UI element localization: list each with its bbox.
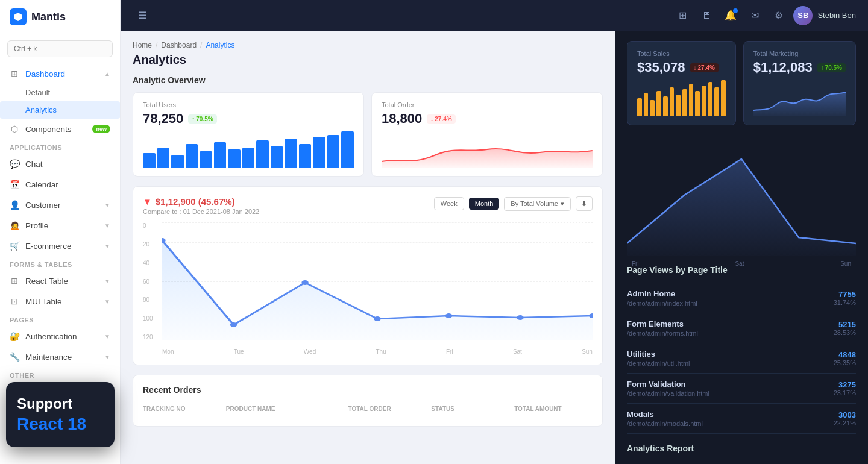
sidebar-item-components[interactable]: ⬡ Components new	[0, 119, 120, 139]
bar	[157, 148, 170, 168]
ecommerce-label: E-commerce	[25, 242, 72, 251]
x-axis-labels: Mon Tue Wed Thu Fri Sat Sun	[162, 348, 593, 355]
profile-icon: 🙍	[10, 221, 19, 230]
chevron-down-icon: ▾	[561, 200, 564, 208]
volume-button[interactable]: By Total Volume ▾	[504, 197, 571, 211]
sidebar-item-chat[interactable]: 💬 Chat	[0, 154, 120, 174]
svg-point-5	[445, 313, 452, 318]
breadcrumb-dashboard[interactable]: Dashboard	[161, 41, 197, 49]
avatar-image: SB	[793, 6, 813, 25]
sidebar-item-ecommerce[interactable]: 🛒 E-commerce ▼	[0, 236, 120, 256]
page-view-name-2: Utilities	[627, 350, 834, 359]
right-panel: Total Sales $35,078 ↓ 27.4%	[615, 31, 868, 464]
analytic-overview-title: Analytic Overview	[133, 75, 603, 85]
recent-orders-card: Recent Orders Tracking No Product Name T…	[133, 375, 603, 427]
week-button[interactable]: Week	[434, 197, 464, 210]
mui-table-label: MUI Table	[25, 297, 62, 306]
breadcrumb: Home / Dashboard / Analytics	[133, 41, 603, 49]
sidebar-item-mui-table[interactable]: ⊡ MUI Table ▼	[0, 291, 120, 312]
page-view-count-1: 5215	[834, 320, 856, 329]
page-view-path-1: /demo/admin/forms.html	[627, 330, 834, 337]
page-view-item-0: Admin Home /demo/admin/index.html 7755 3…	[627, 283, 856, 313]
stat-value-marketing: $1,12,083 ↑ 70.5%	[753, 60, 846, 75]
stat-card-order: Total Order 18,800 ↓ 27.4%	[371, 92, 603, 177]
col-header-total: Total Order	[348, 406, 427, 412]
stat-label-order: Total Order	[382, 101, 593, 108]
users-bar-chart	[143, 131, 354, 168]
col-header-amount: Total Amount	[514, 406, 593, 412]
sidebar-item-customer[interactable]: 👤 Customer ▼	[0, 195, 120, 215]
svg-point-3	[301, 280, 308, 285]
page-view-pct-1: 28.53%	[834, 329, 856, 336]
bar	[228, 149, 241, 168]
bar	[271, 146, 283, 168]
bar	[285, 139, 297, 168]
page-view-path-3: /demo/admin/validation.html	[627, 390, 834, 397]
sidebar-item-authentication[interactable]: 🔐 Authentication ▼	[0, 326, 120, 346]
customer-icon: 👤	[10, 200, 19, 210]
dashboard-icon: ⊞	[10, 69, 19, 78]
bar	[200, 151, 212, 168]
main-area: ☰ ⊞ 🖥 🔔 ✉ ⚙ SB Stebin Ben Home / Dashboa…	[121, 0, 868, 464]
search-container	[0, 34, 120, 63]
components-icon: ⬡	[10, 124, 19, 134]
page-view-item-4: Modals /demo/admin/modals.html 3003 22.2…	[627, 404, 856, 434]
auth-arrow: ▼	[104, 333, 110, 340]
bar	[327, 135, 340, 168]
settings-icon[interactable]: ⚙	[769, 6, 788, 25]
sidebar-item-dashboard[interactable]: ⊞ Dashboard ▲	[0, 63, 120, 84]
breadcrumb-home[interactable]: Home	[133, 41, 152, 49]
ecommerce-arrow: ▼	[104, 243, 110, 249]
sidebar-sub-default[interactable]: Default	[0, 84, 120, 101]
mail-icon[interactable]: ✉	[745, 6, 764, 25]
dashboard-arrow: ▲	[104, 71, 110, 77]
page-view-name-4: Modals	[627, 410, 834, 419]
menu-toggle-icon[interactable]: ☰	[133, 6, 152, 25]
page-view-pct-3: 23.17%	[834, 389, 856, 397]
customer-arrow: ▼	[104, 202, 110, 208]
col-header-product: Product Name	[226, 406, 344, 412]
col-header-tracking: Tracking No	[143, 406, 221, 412]
apps-icon[interactable]: ⊞	[673, 6, 692, 25]
stat-badge-marketing: ↑ 70.5%	[817, 63, 846, 72]
mui-table-icon: ⊡	[10, 296, 19, 306]
maintenance-label: Maintenance	[25, 353, 72, 362]
mui-table-arrow: ▼	[104, 298, 110, 305]
stat-card-marketing: Total Marketing $1,12,083 ↑ 70.5%	[743, 41, 856, 125]
page-view-pct-4: 22.21%	[834, 419, 856, 427]
breadcrumb-current: Analytics	[206, 41, 234, 49]
ecommerce-icon: 🛒	[10, 241, 19, 251]
page-view-count-2: 4848	[834, 350, 856, 359]
sidebar-item-react-table[interactable]: ⊞ React Table ▼	[0, 271, 120, 291]
topbar-right: ⊞ 🖥 🔔 ✉ ⚙ SB Stebin Ben	[673, 6, 856, 25]
month-button[interactable]: Month	[469, 198, 500, 210]
left-panel: Home / Dashboard / Analytics Analytics A…	[121, 31, 615, 464]
dark-income-chart-area: Fri Sat Sun	[627, 135, 856, 256]
notification-icon[interactable]: 🔔	[721, 6, 740, 25]
auth-icon: 🔐	[10, 331, 19, 341]
monitor-icon[interactable]: 🖥	[697, 6, 716, 25]
marketing-area-chart	[753, 80, 846, 116]
section-pages: Pages	[0, 312, 120, 326]
income-svg	[162, 222, 593, 340]
sidebar-item-maintenance[interactable]: 🔧 Maintenance ▼	[0, 346, 120, 367]
sidebar-item-calendar[interactable]: 📅 Calendar	[0, 174, 120, 195]
page-view-count-4: 3003	[834, 410, 856, 419]
section-applications: Applications	[0, 139, 120, 154]
search-input[interactable]	[7, 40, 113, 57]
recent-orders-title: Recent Orders	[143, 385, 593, 395]
components-label: Components	[25, 125, 72, 134]
page-views-section: Page Views by Page Title Admin Home /dem…	[627, 265, 856, 434]
bar	[171, 155, 184, 168]
user-avatar[interactable]: SB Stebin Ben	[793, 6, 856, 25]
stat-label-marketing: Total Marketing	[753, 50, 846, 57]
sidebar-item-profile[interactable]: 🙍 Profile ▼	[0, 215, 120, 236]
calendar-icon: 📅	[10, 180, 19, 189]
income-info: ▼ $1,12,900 (45.67%) Compare to : 01 Dec…	[143, 196, 259, 215]
user-name: Stebin Ben	[817, 11, 856, 20]
y-axis-labels: 120 100 80 60 40 20 0	[143, 222, 160, 340]
sidebar-sub-analytics[interactable]: Analytics	[0, 101, 120, 119]
dark-income-svg	[627, 135, 856, 256]
income-header: ▼ $1,12,900 (45.67%) Compare to : 01 Dec…	[143, 196, 593, 215]
download-button[interactable]: ⬇	[576, 196, 593, 211]
